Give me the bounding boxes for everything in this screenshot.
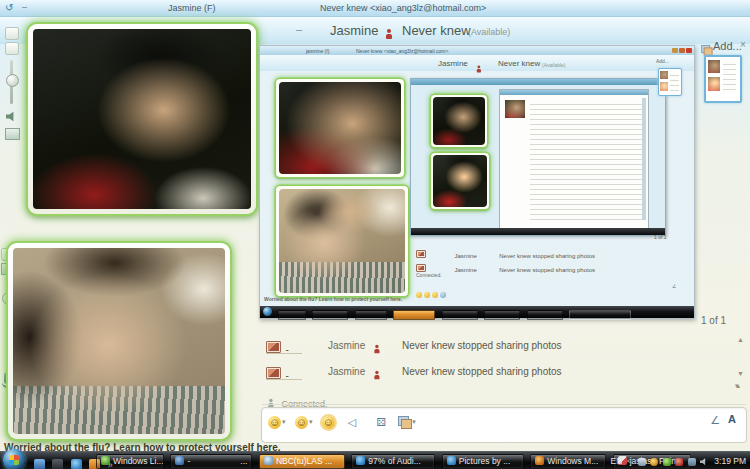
speaker-icon[interactable]	[6, 111, 18, 122]
message-buddy-icon	[374, 345, 380, 354]
message-photo-link[interactable]: -	[266, 365, 302, 380]
embedded-maximize-button	[679, 48, 685, 54]
message-text: Never knew stopped sharing photos	[402, 366, 562, 377]
embedded-message-row: Jasmine Never knew stopped sharing photo…	[416, 258, 595, 276]
picture-in-picture-icon[interactable]	[5, 128, 20, 140]
message-input-box[interactable]: ☺▾ ☺▾ ☺ ◁ ⚄ ▾ ∠ A	[261, 407, 747, 443]
input-toolbar: ☺▾ ☺▾ ☺ ◁ ⚄ ▾	[268, 412, 740, 428]
internet-explorer-icon	[356, 456, 365, 465]
share-photos-button[interactable]	[398, 416, 411, 427]
page-indicator: 1 of 1	[701, 315, 726, 326]
titlebar-self-name: Jasmine (F)	[168, 3, 216, 13]
buddy-status-icon	[385, 29, 392, 39]
menu-dash-icon[interactable]: –	[22, 2, 27, 12]
nested-window	[410, 78, 666, 236]
tray-collapse-icon[interactable]: <	[627, 456, 632, 466]
wink-emoticon-button[interactable]: ☺	[295, 416, 308, 429]
contact-display-name: Never knew	[402, 23, 471, 38]
embedded-webcam-bottom	[279, 189, 405, 293]
my-webcam-video[interactable]	[13, 248, 225, 434]
font-button[interactable]: A	[728, 413, 736, 425]
wink-dropdown-icon[interactable]: ▾	[309, 418, 313, 425]
media-player-icon	[535, 456, 544, 465]
internet-explorer-icon	[447, 456, 456, 465]
embedded-close-button	[686, 48, 692, 54]
shared-photo-screenshot[interactable]: jasmine (f) Never knew <xiao_ang3lz@hotm…	[259, 45, 695, 319]
taskbar-button-windows-live[interactable]: Windows Li...	[96, 454, 164, 469]
scroll-up-icon[interactable]: ▲	[737, 336, 744, 343]
handwriting-pen-icon[interactable]: ∠	[710, 414, 720, 427]
embedded-webcam-top	[279, 82, 401, 174]
add-photo-icon	[701, 45, 711, 54]
message-sender: Jasmine	[328, 340, 365, 351]
embedded-buddy-icon	[476, 65, 481, 72]
taskbar-button-pictures[interactable]: Pictures by ...	[442, 454, 524, 469]
back-icon[interactable]: ↺	[5, 2, 13, 13]
nested-dialog-photo	[505, 100, 525, 118]
activities-button[interactable]: ⚄	[376, 416, 386, 428]
taskbar-button-conversation[interactable]: -...	[170, 454, 252, 469]
language-indicator[interactable]: EN	[611, 456, 623, 466]
message-row: - Jasmine Never knew stopped sharing pho…	[262, 337, 732, 361]
embedded-thumbnail	[658, 68, 682, 96]
resize-grip-icon[interactable]: ▾▴	[735, 382, 738, 390]
webcam-options-button[interactable]	[5, 27, 19, 40]
input-separator	[262, 404, 746, 405]
self-display-name: Jasmine	[330, 23, 378, 38]
smiley-emoticon-button[interactable]: ☺	[268, 416, 281, 429]
nested-taskbar	[411, 228, 665, 235]
embedded-taskbar-button	[484, 310, 520, 320]
taskbar-button-download[interactable]: 97% of Audi...	[351, 454, 435, 469]
nested-dialog-text-lines	[530, 100, 642, 220]
message-photo-link[interactable]: -	[266, 339, 302, 354]
show-desktop-icon[interactable]	[34, 459, 45, 469]
tray-messenger-icon[interactable]	[663, 458, 671, 466]
conversation-icon	[175, 456, 184, 465]
embedded-taskbar-button	[278, 310, 306, 320]
windows-flag-icon	[9, 455, 19, 465]
webcam-size-button[interactable]	[5, 42, 19, 55]
add-photo-button[interactable]: Add...	[713, 40, 742, 52]
tray-network-icon[interactable]	[688, 458, 696, 466]
nudge-button[interactable]: ☺	[322, 416, 335, 429]
embedded-system-tray	[569, 310, 631, 320]
messenger-icon	[101, 456, 110, 465]
embedded-add-button: Add...	[656, 58, 669, 64]
collapse-dash-icon[interactable]: –	[296, 23, 302, 35]
message-dash: -	[285, 370, 288, 381]
embedded-taskbar	[260, 306, 694, 318]
close-photo-strip-button[interactable]: ×	[740, 39, 746, 50]
smiley-dropdown-icon[interactable]: ▾	[282, 418, 286, 425]
embedded-emoticon-toolbar	[416, 284, 448, 302]
taskbar-button-media-player[interactable]: Windows M...	[530, 454, 606, 469]
contact-status: (Available)	[468, 27, 510, 37]
message-scrollbar[interactable]: ▲ ▼ ▾▴	[735, 336, 747, 396]
volume-slider[interactable]	[10, 60, 13, 104]
start-button[interactable]	[3, 449, 25, 469]
scroll-down-icon[interactable]: ▼	[737, 370, 744, 377]
clock[interactable]: 3:19 PM	[714, 456, 746, 466]
tray-volume-icon[interactable]	[700, 458, 708, 466]
embedded-webcam-frame-top	[276, 79, 404, 177]
tray-alert-icon[interactable]	[675, 458, 683, 466]
nested-photo-frame-bottom	[431, 153, 489, 209]
tray-update-icon[interactable]	[638, 458, 646, 466]
taskbar-button-nbc-flashing[interactable]: NBC(tu)LAS ...	[259, 454, 345, 469]
tray-security-icon[interactable]	[650, 458, 658, 466]
voice-clip-button[interactable]: ◁	[347, 416, 355, 428]
photo-thumbnail-selected[interactable]	[704, 55, 742, 103]
embedded-title-left: jasmine (f)	[306, 48, 329, 54]
embedded-taskbar-button	[527, 310, 563, 320]
contact-webcam-video[interactable]	[33, 29, 251, 209]
internet-explorer-icon[interactable]	[71, 459, 82, 469]
connected-icon	[268, 399, 274, 408]
embedded-message-text: Never knew stopped sharing photos	[499, 267, 595, 273]
volume-slider-thumb[interactable]	[6, 74, 19, 87]
conversation-icon	[264, 456, 273, 465]
switch-windows-icon[interactable]	[52, 459, 63, 469]
photos-dropdown-icon[interactable]: ▾	[412, 418, 416, 425]
message-sender: Jasmine	[328, 366, 365, 377]
message-row: - Jasmine Never knew stopped sharing pho…	[262, 363, 732, 387]
contact-webcam-frame	[28, 24, 256, 214]
message-text: Never knew stopped sharing photos	[402, 340, 562, 351]
